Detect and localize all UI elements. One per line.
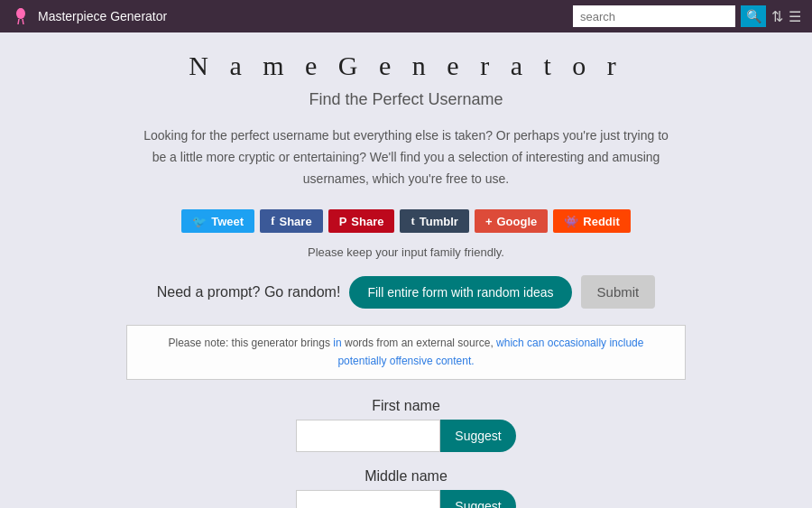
main-content: N a m e G e n e r a t o r Find the Perfe…: [0, 32, 812, 508]
reddit-label: Reddit: [583, 215, 619, 228]
pinterest-label: Share: [351, 215, 383, 228]
prompt-label: Need a prompt? Go random!: [157, 284, 341, 300]
twitter-icon: 🐦: [192, 215, 207, 228]
first-name-label: First name: [36, 398, 776, 414]
svg-point-1: [18, 8, 23, 14]
page-title: N a m e G e n e r a t o r: [36, 51, 776, 81]
reddit-button[interactable]: 👾 Reddit: [553, 209, 630, 233]
search-button[interactable]: 🔍: [741, 5, 766, 27]
tumblr-button[interactable]: t Tumblr: [400, 209, 468, 233]
facebook-icon: f: [271, 214, 274, 228]
filter-icon: ⇅: [771, 9, 783, 24]
pinterest-icon: P: [339, 215, 347, 228]
svg-line-3: [23, 19, 23, 24]
note-text: Please note: this generator brings in wo…: [169, 337, 644, 366]
google-plus-button[interactable]: + Google: [475, 209, 548, 233]
middle-name-label: Middle name: [36, 468, 776, 485]
header-right: 🔍 ⇅ ☰: [573, 5, 801, 27]
note-box: Please note: this generator brings in wo…: [126, 325, 686, 379]
svg-line-2: [18, 19, 19, 24]
note-link-2[interactable]: which can occasionally include potential…: [337, 337, 643, 366]
facebook-share-button[interactable]: f Share: [260, 209, 322, 233]
first-name-field: First name Suggest: [36, 398, 776, 452]
tweet-label: Tweet: [211, 215, 244, 228]
filter-icon-button[interactable]: ⇅: [771, 8, 783, 25]
tumblr-icon: t: [411, 214, 414, 228]
family-friendly-note: Please keep your input family friendly.: [36, 245, 776, 259]
reddit-icon: 👾: [564, 215, 578, 228]
search-input[interactable]: [573, 5, 735, 27]
tumblr-label: Tumblr: [420, 215, 458, 228]
social-buttons-row: 🐦 Tweet f Share P Share t Tumblr + Googl…: [36, 209, 776, 233]
logo-icon: [11, 6, 31, 26]
facebook-label: Share: [280, 215, 312, 228]
first-name-row: Suggest: [36, 420, 776, 452]
google-label: Google: [496, 215, 537, 228]
first-name-suggest-button[interactable]: Suggest: [440, 420, 515, 452]
prompt-row: Need a prompt? Go random! Fill entire fo…: [36, 275, 776, 309]
pinterest-share-button[interactable]: P Share: [328, 209, 395, 233]
search-icon: 🔍: [746, 9, 761, 23]
middle-name-input[interactable]: [296, 490, 440, 508]
submit-button[interactable]: Submit: [581, 275, 656, 309]
fill-random-button[interactable]: Fill entire form with random ideas: [349, 276, 571, 309]
site-header: Masterpiece Generator 🔍 ⇅ ☰: [0, 0, 812, 32]
google-icon: +: [485, 215, 493, 228]
note-link[interactable]: in: [333, 337, 341, 349]
page-subtitle: Find the Perfect Username: [36, 90, 776, 109]
middle-name-suggest-button[interactable]: Suggest: [440, 490, 515, 508]
page-description: Looking for the perfect username but eve…: [135, 125, 677, 189]
first-name-input[interactable]: [296, 420, 440, 452]
middle-name-field: Middle name Suggest: [36, 468, 776, 508]
site-title: Masterpiece Generator: [38, 9, 167, 23]
menu-icon: ☰: [789, 9, 801, 24]
header-left: Masterpiece Generator: [11, 6, 167, 26]
menu-icon-button[interactable]: ☰: [789, 8, 801, 25]
middle-name-row: Suggest: [36, 490, 776, 508]
tweet-button[interactable]: 🐦 Tweet: [181, 209, 254, 233]
